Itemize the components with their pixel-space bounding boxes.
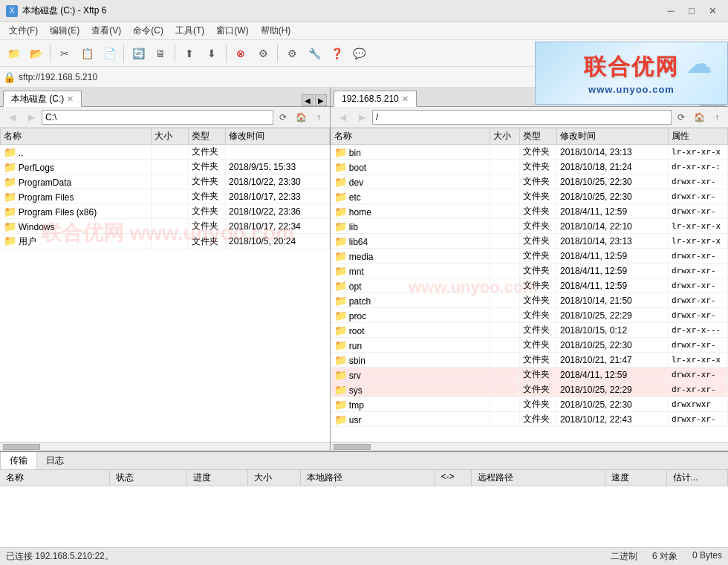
table-row[interactable]: 📁 dev 文件夹 2018/10/25, 22:30 drwxr-xr- (331, 174, 728, 189)
table-row[interactable]: 📁 Program Files 文件夹 2018/10/17, 22:33 (1, 189, 330, 204)
table-row[interactable]: 📁 PerfLogs 文件夹 2018/9/15, 15:33 (1, 160, 330, 174)
menu-window[interactable]: 窗口(W) (210, 23, 254, 39)
table-row[interactable]: 📁 boot 文件夹 2018/10/18, 21:24 dr-xr-xr-: (331, 160, 728, 174)
window-controls[interactable]: ─ □ ✕ (661, 3, 722, 19)
left-tab-next[interactable]: ▶ (315, 94, 327, 106)
transfer-tab-log[interactable]: 日志 (37, 452, 73, 469)
left-tab-prev[interactable]: ◀ (302, 94, 313, 106)
table-row[interactable]: 📁 patch 文件夹 2018/10/14, 21:50 drwxr-xr- (331, 293, 728, 308)
object-count: 6 对象 (652, 550, 677, 563)
right-col-name[interactable]: 名称 (331, 128, 490, 145)
left-file-tbody: 📁 .. 文件夹 📁 PerfLogs 文件夹 2018/9/15, 15:33… (1, 145, 330, 249)
stop-button[interactable]: ⊗ (230, 43, 251, 64)
toolbar-btn12[interactable]: ⚙ (282, 43, 302, 64)
right-file-list-container[interactable]: 名称 大小 类型 修改时间 属性 📁 bin 文件夹 2018/10/14, 2… (331, 128, 728, 442)
right-col-type[interactable]: 类型 (520, 128, 557, 145)
table-row[interactable]: 📁 tmp 文件夹 2018/10/25, 22:30 drwxrwxr (331, 397, 728, 412)
toolbar-btn13[interactable]: 🔧 (304, 43, 325, 64)
minimize-button[interactable]: ─ (661, 3, 680, 19)
menu-command[interactable]: 命令(C) (127, 23, 169, 39)
table-row[interactable]: 📁 root 文件夹 2018/10/15, 0:12 dr-xr-x--- (331, 323, 728, 338)
folder-icon: 📁 (4, 191, 16, 203)
toolbar-btn3[interactable]: ✂ (54, 43, 75, 64)
table-row[interactable]: 📁 proc 文件夹 2018/10/25, 22:29 drwxr-xr- (331, 308, 728, 323)
left-back-button[interactable]: ◀ (3, 109, 21, 125)
menu-file[interactable]: 文件(F) (3, 23, 44, 39)
folder-icon: 📁 (334, 280, 347, 292)
status-bar: 已连接 192.168.5.210:22。 二进制 6 对象 0 Bytes (0, 547, 728, 565)
table-row[interactable]: 📁 lib64 文件夹 2018/10/14, 23:13 lr-xr-xr-x (331, 234, 728, 249)
left-forward-button[interactable]: ▶ (22, 109, 40, 125)
table-row[interactable]: 📁 etc 文件夹 2018/10/25, 22:30 drwxr-xr- (331, 189, 728, 204)
folder-icon: 📁 (334, 384, 347, 396)
left-col-modified[interactable]: 修改时间 (226, 128, 330, 145)
left-col-type[interactable]: 类型 (189, 128, 226, 145)
toolbar-btn8[interactable]: ⬆ (179, 43, 200, 64)
table-row[interactable]: 📁 srv 文件夹 2018/4/11, 12:59 drwxr-xr- (331, 368, 728, 382)
menu-edit[interactable]: 编辑(E) (44, 23, 85, 39)
table-row[interactable]: 📁 Windows 文件夹 2018/10/17, 22:34 (1, 219, 330, 234)
trans-col-direction: <-> (435, 470, 472, 486)
table-row[interactable]: 📁 bin 文件夹 2018/10/14, 23:13 lr-xr-xr-x (331, 145, 728, 160)
left-tab-close[interactable]: ✕ (67, 94, 74, 104)
toolbar-sep1 (50, 45, 51, 62)
trans-col-progress: 进度 (187, 470, 248, 486)
toolbar-btn6[interactable]: 🔄 (128, 43, 149, 64)
table-row[interactable]: 📁 ProgramData 文件夹 2018/10/22, 23:30 (1, 174, 330, 189)
table-row[interactable]: 📁 home 文件夹 2018/4/11, 12:59 drwxr-xr- (331, 204, 728, 219)
left-col-name[interactable]: 名称 (1, 128, 152, 145)
toolbar-btn5[interactable]: 📄 (99, 43, 120, 64)
toolbar-btn11[interactable]: ⚙ (253, 43, 273, 64)
table-row[interactable]: 📁 mnt 文件夹 2018/4/11, 12:59 drwxr-xr- (331, 264, 728, 278)
menu-view[interactable]: 查看(V) (85, 23, 127, 39)
right-tab-close[interactable]: ✕ (402, 94, 409, 104)
right-hscroll[interactable] (331, 442, 728, 451)
right-path-input[interactable] (372, 110, 672, 125)
table-row[interactable]: 📁 media 文件夹 2018/4/11, 12:59 drwxr-xr- (331, 249, 728, 264)
app-icon: X (6, 5, 18, 17)
table-row[interactable]: 📁 sys 文件夹 2018/10/25, 22:29 dr-xr-xr- (331, 382, 728, 397)
right-up-button[interactable]: ↑ (709, 109, 725, 125)
close-button[interactable]: ✕ (703, 3, 722, 19)
toolbar-btn2[interactable]: 📂 (25, 43, 46, 64)
folder-icon: 📁 (334, 235, 347, 247)
right-col-perm[interactable]: 属性 (669, 128, 728, 145)
right-col-modified[interactable]: 修改时间 (557, 128, 669, 145)
table-row[interactable]: 📁 .. 文件夹 (1, 145, 330, 160)
right-home-button[interactable]: 🏠 (691, 109, 707, 125)
maximize-button[interactable]: □ (682, 3, 701, 19)
right-forward-button[interactable]: ▶ (353, 109, 371, 125)
left-home-button[interactable]: 🏠 (293, 109, 309, 125)
right-refresh-button[interactable]: ⟳ (673, 109, 689, 125)
new-session-button[interactable]: 📁 (3, 43, 24, 64)
trans-col-status: 状态 (110, 470, 187, 486)
table-row[interactable]: 📁 用户 文件夹 2018/10/5, 20:24 (1, 234, 330, 249)
toolbar-btn14[interactable]: ❓ (326, 43, 347, 64)
menu-tools[interactable]: 工具(T) (169, 23, 210, 39)
transfer-size: 0 Bytes (692, 550, 722, 563)
left-tab-local[interactable]: 本地磁盘 (C:) ✕ (3, 91, 82, 107)
toolbar-btn15[interactable]: 💬 (348, 43, 369, 64)
toolbar-btn4[interactable]: 📋 (77, 43, 97, 64)
status-left: 已连接 192.168.5.210:22。 (6, 550, 114, 563)
toolbar-btn7[interactable]: 🖥 (150, 43, 171, 64)
table-row[interactable]: 📁 opt 文件夹 2018/4/11, 12:59 drwxr-xr- (331, 278, 728, 293)
right-back-button[interactable]: ◀ (334, 109, 351, 125)
left-refresh-button[interactable]: ⟳ (275, 109, 291, 125)
table-row[interactable]: 📁 sbin 文件夹 2018/10/21, 21:47 lr-xr-xr-x (331, 353, 728, 368)
table-row[interactable]: 📁 run 文件夹 2018/10/25, 22:30 drwxr-xr- (331, 338, 728, 353)
table-row[interactable]: 📁 usr 文件夹 2018/10/12, 22:43 drwxr-xr- (331, 412, 728, 427)
left-up-button[interactable]: ↑ (311, 109, 327, 125)
left-path-input[interactable] (42, 110, 273, 125)
transfer-tab-transfer[interactable]: 传输 (0, 452, 37, 469)
left-panel: 本地磁盘 (C:) ✕ ◀ ▶ ◀ ▶ ⟳ 🏠 ↑ 名称 (0, 88, 331, 451)
left-col-size[interactable]: 大小 (152, 128, 189, 145)
table-row[interactable]: 📁 lib 文件夹 2018/10/14, 22:10 lr-xr-xr-x (331, 219, 728, 234)
menu-help[interactable]: 帮助(H) (255, 23, 297, 39)
left-hscroll[interactable] (0, 442, 330, 451)
toolbar-btn9[interactable]: ⬇ (201, 43, 222, 64)
left-file-list-container[interactable]: 名称 大小 类型 修改时间 📁 .. 文件夹 📁 PerfLogs 文件夹 20… (0, 128, 330, 442)
right-col-size[interactable]: 大小 (490, 128, 520, 145)
right-tab-remote[interactable]: 192.168.5.210 ✕ (334, 91, 417, 107)
table-row[interactable]: 📁 Program Files (x86) 文件夹 2018/10/22, 23… (1, 204, 330, 219)
